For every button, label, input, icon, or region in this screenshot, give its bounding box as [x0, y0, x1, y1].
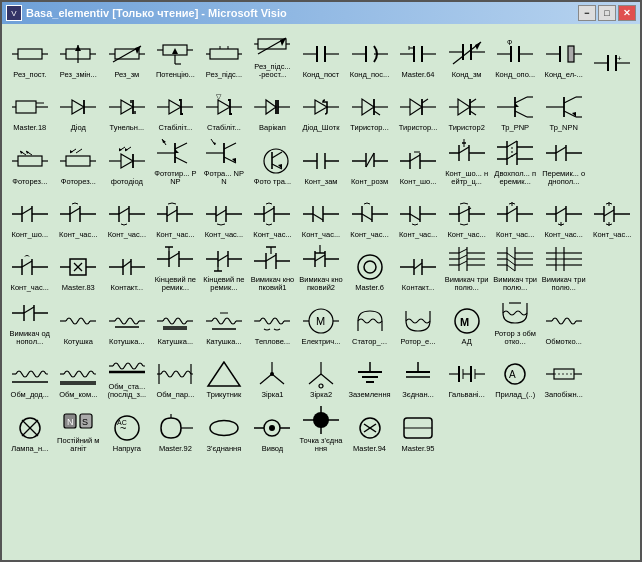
close-button[interactable]: ✕	[618, 5, 636, 21]
list-item[interactable]: Обмотко...	[540, 295, 588, 348]
list-item[interactable]: Конт_час...	[55, 188, 103, 240]
list-item[interactable]: Конт_шо...	[394, 135, 442, 188]
list-item[interactable]: Ротор_е...	[394, 295, 442, 348]
list-item[interactable]: Обм_дод...	[6, 348, 54, 401]
list-item[interactable]: Діод_Шотк	[297, 82, 345, 134]
list-item[interactable]: Вимикач кнопковий2	[297, 241, 345, 294]
list-item[interactable]: Рез_підс...	[200, 28, 248, 81]
list-item[interactable]: Вивод	[249, 402, 297, 455]
list-item[interactable]: Master.95	[394, 402, 442, 455]
list-item[interactable]: Тиристор...	[394, 82, 442, 134]
list-item[interactable]: Конд_пос...	[346, 28, 394, 81]
list-item[interactable]: MЕлектрич...	[297, 295, 345, 348]
list-item[interactable]: Обм_ста... (послід_з...	[103, 348, 151, 401]
list-item[interactable]: Конт_шо... нейтр_ц...	[443, 135, 491, 188]
list-item[interactable]: Конт_час...	[152, 188, 200, 240]
list-item[interactable]: Конт_час...	[200, 188, 248, 240]
list-item[interactable]: Запобіжн...	[540, 348, 588, 401]
list-item[interactable]: Конд_зм	[443, 28, 491, 81]
list-item[interactable]	[588, 402, 636, 455]
list-item[interactable]: +	[588, 28, 636, 81]
list-item[interactable]: Теплове...	[249, 295, 297, 348]
list-item[interactable]: Рез_підс... -реост...	[249, 28, 297, 81]
list-item[interactable]: Катушка...	[152, 295, 200, 348]
list-item[interactable]: Конт_час...	[443, 188, 491, 240]
list-item[interactable]: Вимикач триполю...	[443, 241, 491, 294]
list-item[interactable]: Лампа_н...	[6, 402, 54, 455]
list-item[interactable]: Конт_розм	[346, 135, 394, 188]
list-item[interactable]: Master.64	[394, 28, 442, 81]
list-item[interactable]: Рез_зм	[103, 28, 151, 81]
list-item[interactable]: Трикутник	[200, 348, 248, 401]
list-item[interactable]: NSПостійний магніт	[55, 402, 103, 455]
list-item[interactable]: Зєднан...	[394, 348, 442, 401]
maximize-button[interactable]: □	[598, 5, 616, 21]
list-item[interactable]: Стабіліт...	[152, 82, 200, 134]
list-item[interactable]: Фоторез...	[55, 135, 103, 188]
list-item[interactable]: Master.92	[152, 402, 200, 455]
list-item[interactable]: AПрилад_(..)	[491, 348, 539, 401]
list-item[interactable]: Котушка	[55, 295, 103, 348]
list-item[interactable]: Вимикач однопол...	[6, 295, 54, 348]
list-item[interactable]	[540, 402, 588, 455]
list-item[interactable]: Конт_час...	[346, 188, 394, 240]
list-item[interactable]: Зірка1	[249, 348, 297, 401]
list-item[interactable]	[588, 82, 636, 134]
list-item[interactable]: Двохпол... перемик...	[491, 135, 539, 188]
list-item[interactable]: Фототир... PNP	[152, 135, 200, 188]
list-item[interactable]: Кінцевий перемик...	[200, 241, 248, 294]
list-item[interactable]: Статор_...	[346, 295, 394, 348]
list-item[interactable]: Потенцію...	[152, 28, 200, 81]
list-item[interactable]: Конт_шо...	[6, 188, 54, 240]
list-item[interactable]: Тр_PNP	[491, 82, 539, 134]
list-item[interactable]: Конт_час...	[394, 188, 442, 240]
list-item[interactable]: ~ACНапруга	[103, 402, 151, 455]
list-item[interactable]: Master.18	[6, 82, 54, 134]
list-item[interactable]: Обм_ком...	[55, 348, 103, 401]
list-item[interactable]: Зірка2	[297, 348, 345, 401]
list-item[interactable]: Конт_час...	[491, 188, 539, 240]
list-item[interactable]: Конт_час...	[6, 241, 54, 294]
list-item[interactable]: Конт_час...	[103, 188, 151, 240]
list-item[interactable]: Конт_час...	[297, 188, 345, 240]
list-item[interactable]	[588, 241, 636, 294]
list-item[interactable]: Обм_пар...	[152, 348, 200, 401]
list-item[interactable]: Master.6	[346, 241, 394, 294]
list-item[interactable]: Перемик... однопол...	[540, 135, 588, 188]
list-item[interactable]: Конт_час...	[588, 188, 636, 240]
list-item[interactable]: Конд_пост	[297, 28, 345, 81]
list-item[interactable]	[491, 402, 539, 455]
list-item[interactable]: Діод	[55, 82, 103, 134]
list-item[interactable]: Точка з'єднання	[297, 402, 345, 455]
list-item[interactable]: Вимикач кнопковий1	[249, 241, 297, 294]
list-item[interactable]	[588, 348, 636, 401]
list-item[interactable]: Гальвані...	[443, 348, 491, 401]
list-item[interactable]: Фотра... NPN	[200, 135, 248, 188]
list-item[interactable]: Контакт...	[103, 241, 151, 294]
list-item[interactable]: Рез_пост.	[6, 28, 54, 81]
list-item[interactable]: Котушка...	[103, 295, 151, 348]
list-item[interactable]: Рез_змін...	[55, 28, 103, 81]
list-item[interactable]: Тиристор...	[346, 82, 394, 134]
list-item[interactable]	[443, 402, 491, 455]
list-item[interactable]	[588, 135, 636, 188]
list-item[interactable]: Master.94	[346, 402, 394, 455]
list-item[interactable]: Катушка...	[200, 295, 248, 348]
list-item[interactable]: Вимикач триполю...	[540, 241, 588, 294]
list-item[interactable]	[588, 295, 636, 348]
list-item[interactable]: Контакт...	[394, 241, 442, 294]
list-item[interactable]: Тр_NPN	[540, 82, 588, 134]
list-item[interactable]: Варікап	[249, 82, 297, 134]
list-item[interactable]: фотодіод	[103, 135, 151, 188]
list-item[interactable]: Конт_зам	[297, 135, 345, 188]
list-item[interactable]: Фоторез...	[6, 135, 54, 188]
list-item[interactable]: Тунельн...	[103, 82, 151, 134]
list-item[interactable]: ФКонд_опо...	[491, 28, 539, 81]
list-item[interactable]: Вимикач триполю...	[491, 241, 539, 294]
list-item[interactable]: Конт_час...	[249, 188, 297, 240]
list-item[interactable]: Заземлення	[346, 348, 394, 401]
list-item[interactable]: Тиристор2	[443, 82, 491, 134]
list-item[interactable]: Кінцевий перемик...	[152, 241, 200, 294]
list-item[interactable]: Ротор з обмотко...	[491, 295, 539, 348]
list-item[interactable]: ▽Стабіліт...	[200, 82, 248, 134]
